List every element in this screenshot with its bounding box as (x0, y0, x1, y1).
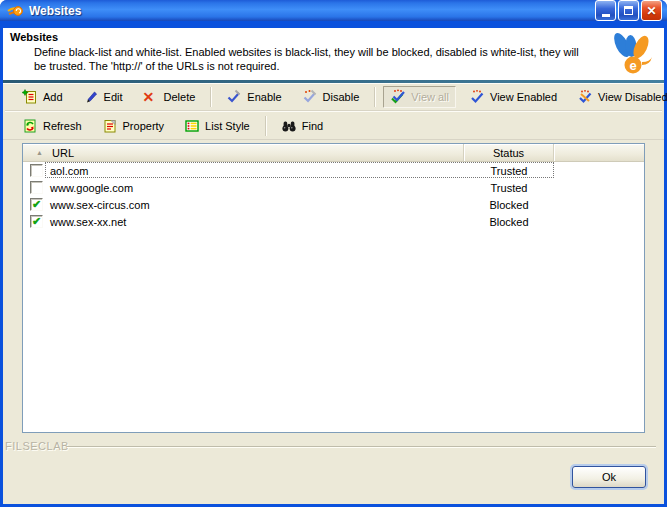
delete-button[interactable]: ✕ Delete (136, 86, 203, 108)
maximize-icon (624, 6, 633, 15)
column-header-status[interactable]: Status (464, 144, 554, 161)
maximize-button[interactable] (618, 0, 639, 21)
column-header-filler (554, 144, 644, 161)
view-all-button: View all (383, 86, 456, 108)
list-style-button[interactable]: List Style (177, 115, 257, 137)
column-header-url[interactable]: URL (46, 144, 464, 161)
row-checkbox[interactable] (30, 164, 43, 177)
disable-button[interactable]: Disable (295, 86, 367, 108)
view-disabled-button-label: View Disabled (598, 91, 667, 103)
table-row[interactable]: ✔ www.sex-xx.net Blocked (23, 213, 644, 230)
row-checkbox[interactable]: ✔ (30, 215, 43, 228)
toolbar-separator (265, 116, 267, 136)
titlebar: Websites ✕ (0, 0, 667, 21)
delete-icon: ✕ (143, 89, 159, 105)
toolbar-primary: Add Edit ✕ Delete Enable (3, 83, 664, 110)
view-all-icon (390, 89, 406, 105)
refresh-button-label: Refresh (43, 120, 82, 132)
window-title: Websites (29, 4, 81, 18)
row-status: Trusted (464, 165, 554, 177)
row-url: www.google.com (46, 182, 464, 194)
table-row[interactable]: aol.com Trusted (23, 162, 644, 179)
table-row[interactable]: www.google.com Trusted (23, 179, 644, 196)
find-button[interactable]: Find (274, 115, 330, 137)
view-enabled-button-label: View Enabled (490, 91, 557, 103)
disable-icon (302, 89, 318, 105)
column-header-url-label: URL (52, 147, 74, 159)
view-enabled-button[interactable]: View Enabled (462, 86, 564, 108)
disable-button-label: Disable (323, 91, 360, 103)
property-button-label: Property (123, 120, 165, 132)
list-header: ▲ URL Status (23, 144, 644, 162)
toolbar-separator (374, 87, 376, 107)
page-header: Websites Define black-list and white-lis… (3, 28, 664, 80)
column-header-checkbox[interactable]: ▲ (23, 144, 46, 161)
add-icon (22, 89, 38, 105)
minimize-icon (602, 14, 610, 17)
row-status: Blocked (464, 199, 554, 211)
refresh-icon (22, 118, 38, 134)
edit-icon (83, 89, 99, 105)
close-icon: ✕ (646, 5, 656, 17)
view-enabled-icon (469, 89, 485, 105)
add-button-label: Add (43, 91, 63, 103)
page-title: Websites (10, 31, 58, 43)
find-icon (281, 118, 297, 134)
view-all-button-label: View all (411, 91, 449, 103)
app-flame-icon (7, 2, 24, 19)
property-button[interactable]: Property (95, 115, 172, 137)
minimize-button[interactable] (595, 0, 616, 21)
property-icon (102, 118, 118, 134)
toolbar-bottom-divider (3, 139, 664, 140)
add-button[interactable]: Add (15, 86, 70, 108)
list-style-button-label: List Style (205, 120, 250, 132)
list-style-icon (184, 118, 200, 134)
dialog-window: Websites ✕ Websites Define black-list an… (0, 0, 667, 507)
column-header-status-label: Status (493, 147, 524, 159)
row-checkbox[interactable] (30, 181, 43, 194)
table-row[interactable]: ✔ www.sex-circus.com Blocked (23, 196, 644, 213)
row-status: Blocked (464, 216, 554, 228)
row-url: www.sex-circus.com (46, 199, 464, 211)
toolbar-secondary: Refresh Property (3, 112, 664, 139)
ok-button[interactable]: Ok (572, 466, 646, 488)
row-url: aol.com (46, 165, 464, 177)
delete-button-label: Delete (164, 91, 196, 103)
edit-button-label: Edit (104, 91, 123, 103)
page-description: Define black-list and white-list. Enable… (34, 45, 590, 73)
brand-label: FILSECLAB (5, 440, 69, 452)
row-checkbox[interactable]: ✔ (30, 198, 43, 211)
view-disabled-icon (577, 89, 593, 105)
filseclab-logo-icon: e (608, 30, 656, 76)
row-url: www.sex-xx.net (46, 216, 464, 228)
edit-button[interactable]: Edit (76, 86, 130, 108)
row-status: Trusted (464, 182, 554, 194)
toolbar-separator (210, 87, 212, 107)
refresh-button[interactable]: Refresh (15, 115, 89, 137)
sort-ascending-icon: ▲ (36, 149, 43, 156)
enable-button-label: Enable (247, 91, 281, 103)
websites-list: ▲ URL Status aol.com Trusted www.google.… (22, 143, 645, 433)
footer-divider (67, 446, 656, 448)
enable-button[interactable]: Enable (219, 86, 288, 108)
close-button[interactable]: ✕ (641, 0, 662, 21)
dialog-content: Websites Define black-list and white-lis… (3, 28, 664, 504)
enable-icon (226, 89, 242, 105)
find-button-label: Find (302, 120, 323, 132)
svg-text:e: e (629, 58, 636, 73)
view-disabled-button[interactable]: View Disabled (570, 86, 667, 108)
